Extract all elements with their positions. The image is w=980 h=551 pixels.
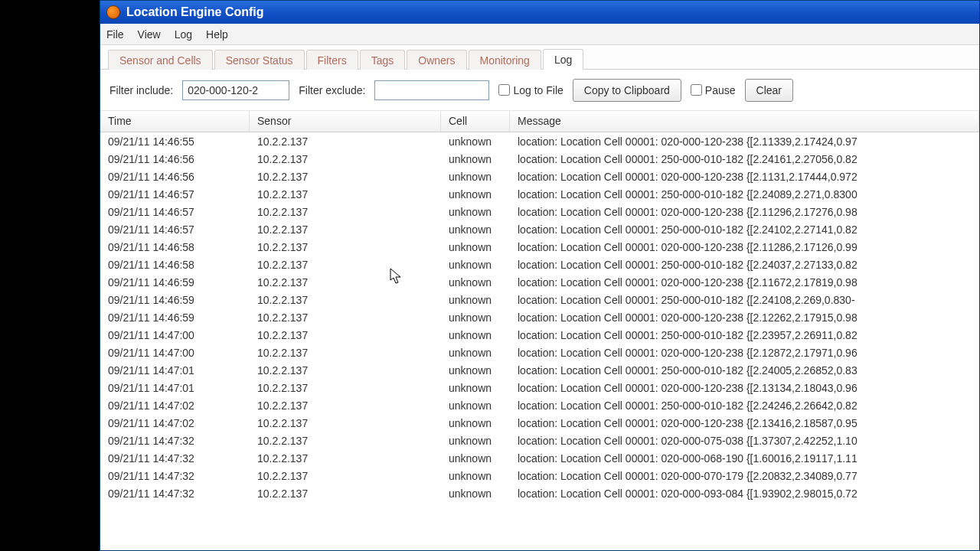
table-row[interactable]: 09/21/11 14:47:3210.2.2.137unknownlocati… <box>100 484 979 502</box>
tab-monitoring[interactable]: Monitoring <box>469 50 541 70</box>
cell-message: location: Location Cell 00001: 020-000-0… <box>510 435 979 447</box>
filter-exclude-label: Filter exclude: <box>299 84 365 96</box>
cell-cell: unknown <box>441 294 510 306</box>
cell-cell: unknown <box>441 382 510 394</box>
table-row[interactable]: 09/21/11 14:46:5710.2.2.137unknownlocati… <box>100 220 979 238</box>
cell-message: location: Location Cell 00001: 020-000-1… <box>510 382 979 394</box>
table-row[interactable]: 09/21/11 14:47:0010.2.2.137unknownlocati… <box>100 344 979 361</box>
cell-cell: unknown <box>441 452 510 465</box>
cell-message: location: Location Cell 00001: 020-000-1… <box>510 171 979 183</box>
cell-sensor: 10.2.2.137 <box>250 417 441 429</box>
menu-help[interactable]: Help <box>206 28 228 41</box>
table-row[interactable]: 09/21/11 14:47:0110.2.2.137unknownlocati… <box>100 379 979 396</box>
table-row[interactable]: 09/21/11 14:47:0010.2.2.137unknownlocati… <box>100 326 979 344</box>
cell-time: 09/21/11 14:47:32 <box>100 470 250 482</box>
cell-sensor: 10.2.2.137 <box>250 364 441 377</box>
table-row[interactable]: 09/21/11 14:47:3210.2.2.137unknownlocati… <box>100 432 979 449</box>
cell-cell: unknown <box>441 223 510 236</box>
cell-message: location: Location Cell 00001: 250-000-0… <box>510 364 979 377</box>
cell-cell: unknown <box>441 171 510 183</box>
cell-sensor: 10.2.2.137 <box>250 294 441 306</box>
filter-bar: Filter include: Filter exclude: Log to F… <box>100 70 979 111</box>
copy-to-clipboard-button[interactable]: Copy to Clipboard <box>573 79 681 102</box>
col-message[interactable]: Message <box>510 111 979 132</box>
pause-box[interactable] <box>691 84 702 96</box>
cell-sensor: 10.2.2.137 <box>250 487 441 500</box>
cell-message: location: Location Cell 00001: 250-000-0… <box>510 399 979 412</box>
table-row[interactable]: 09/21/11 14:46:5910.2.2.137unknownlocati… <box>100 291 979 308</box>
menu-file[interactable]: File <box>106 28 124 41</box>
table-row[interactable]: 09/21/11 14:46:5810.2.2.137unknownlocati… <box>100 238 979 256</box>
cell-cell: unknown <box>441 153 510 165</box>
filter-include-label: Filter include: <box>109 84 173 96</box>
log-header: Time Sensor Cell Message <box>100 111 979 132</box>
menu-log[interactable]: Log <box>175 28 192 41</box>
table-row[interactable]: 09/21/11 14:46:5610.2.2.137unknownlocati… <box>100 168 979 185</box>
tab-sensor-status[interactable]: Sensor Status <box>214 50 305 70</box>
cell-cell: unknown <box>441 188 510 201</box>
cell-message: location: Location Cell 00001: 020-000-1… <box>510 311 979 324</box>
col-sensor[interactable]: Sensor <box>250 111 441 132</box>
cell-time: 09/21/11 14:46:55 <box>100 135 250 148</box>
cell-sensor: 10.2.2.137 <box>250 223 441 236</box>
cell-message: location: Location Cell 00001: 250-000-0… <box>510 188 979 201</box>
cell-cell: unknown <box>441 417 510 429</box>
log-to-file-checkbox[interactable]: Log to File <box>498 84 563 96</box>
cell-time: 09/21/11 14:46:56 <box>100 171 250 183</box>
cell-cell: unknown <box>441 364 510 377</box>
cell-time: 09/21/11 14:46:57 <box>100 223 250 236</box>
table-row[interactable]: 09/21/11 14:46:5510.2.2.137unknownlocati… <box>100 132 979 150</box>
table-row[interactable]: 09/21/11 14:47:0210.2.2.137unknownlocati… <box>100 396 979 414</box>
cell-message: location: Location Cell 00001: 250-000-0… <box>510 223 979 236</box>
menubar: File View Log Help <box>100 24 979 45</box>
cell-message: location: Location Cell 00001: 250-000-0… <box>510 294 979 306</box>
cell-sensor: 10.2.2.137 <box>250 241 441 253</box>
table-row[interactable]: 09/21/11 14:46:5610.2.2.137unknownlocati… <box>100 150 979 168</box>
pause-label: Pause <box>705 84 736 96</box>
pause-checkbox[interactable]: Pause <box>691 84 736 96</box>
cell-time: 09/21/11 14:47:32 <box>100 435 250 447</box>
tab-filters[interactable]: Filters <box>306 50 358 70</box>
table-row[interactable]: 09/21/11 14:47:0210.2.2.137unknownlocati… <box>100 414 979 432</box>
col-cell[interactable]: Cell <box>441 111 510 132</box>
cell-sensor: 10.2.2.137 <box>250 470 441 482</box>
cell-time: 09/21/11 14:46:56 <box>100 153 250 165</box>
table-row[interactable]: 09/21/11 14:47:3210.2.2.137unknownlocati… <box>100 449 979 467</box>
titlebar[interactable]: Location Engine Config <box>100 1 979 24</box>
tab-log[interactable]: Log <box>543 49 583 70</box>
table-row[interactable]: 09/21/11 14:47:3210.2.2.137unknownlocati… <box>100 467 979 484</box>
cell-message: location: Location Cell 00001: 250-000-0… <box>510 153 979 165</box>
cell-time: 09/21/11 14:46:59 <box>100 294 250 306</box>
cell-sensor: 10.2.2.137 <box>250 399 441 412</box>
tab-tags[interactable]: Tags <box>360 50 406 70</box>
cell-time: 09/21/11 14:46:57 <box>100 206 250 218</box>
tab-owners[interactable]: Owners <box>407 50 466 70</box>
cell-cell: unknown <box>441 241 510 253</box>
cell-time: 09/21/11 14:47:02 <box>100 417 250 429</box>
table-row[interactable]: 09/21/11 14:46:5910.2.2.137unknownlocati… <box>100 273 979 291</box>
table-row[interactable]: 09/21/11 14:46:5810.2.2.137unknownlocati… <box>100 256 979 273</box>
filter-include-input[interactable] <box>182 80 289 100</box>
cell-sensor: 10.2.2.137 <box>250 311 441 324</box>
filter-exclude-input[interactable] <box>374 80 489 100</box>
cell-cell: unknown <box>441 435 510 447</box>
cell-cell: unknown <box>441 276 510 289</box>
col-time[interactable]: Time <box>100 111 250 132</box>
cell-time: 09/21/11 14:47:01 <box>100 364 250 377</box>
cell-sensor: 10.2.2.137 <box>250 382 441 394</box>
table-row[interactable]: 09/21/11 14:46:5710.2.2.137unknownlocati… <box>100 185 979 203</box>
log-to-file-box[interactable] <box>498 84 510 96</box>
cell-message: location: Location Cell 00001: 250-000-0… <box>510 259 979 271</box>
table-row[interactable]: 09/21/11 14:46:5910.2.2.137unknownlocati… <box>100 308 979 326</box>
log-body[interactable]: 09/21/11 14:46:5510.2.2.137unknownlocati… <box>100 132 979 502</box>
table-row[interactable]: 09/21/11 14:46:5710.2.2.137unknownlocati… <box>100 203 979 220</box>
app-icon <box>106 5 120 19</box>
cell-message: location: Location Cell 00001: 020-000-1… <box>510 276 979 289</box>
cell-time: 09/21/11 14:47:00 <box>100 329 250 341</box>
cell-message: location: Location Cell 00001: 020-000-1… <box>510 206 979 218</box>
cell-time: 09/21/11 14:47:01 <box>100 382 250 394</box>
table-row[interactable]: 09/21/11 14:47:0110.2.2.137unknownlocati… <box>100 361 979 379</box>
clear-button[interactable]: Clear <box>745 79 793 102</box>
tab-sensor-and-cells[interactable]: Sensor and Cells <box>108 50 213 70</box>
menu-view[interactable]: View <box>138 28 161 41</box>
